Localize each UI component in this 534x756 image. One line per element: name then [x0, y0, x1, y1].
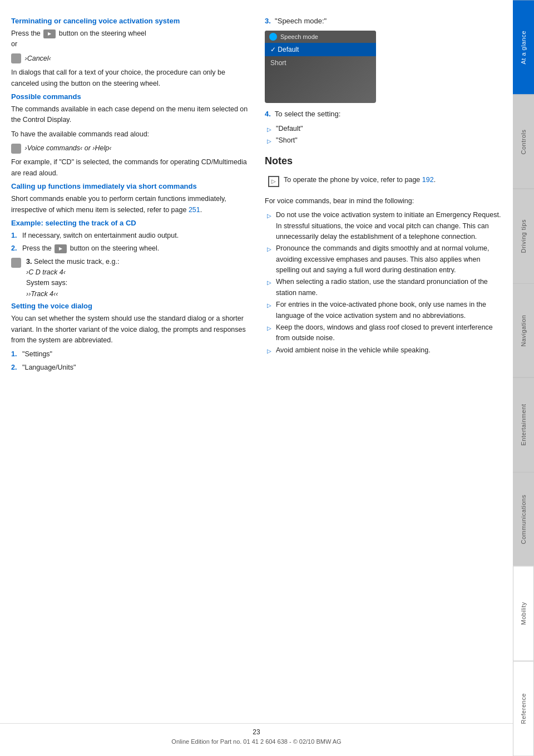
voice-icon-commands — [11, 144, 21, 154]
note-bullet-4: ▷ For entries in the voice-activated pho… — [265, 300, 502, 321]
step4-options: ▷ "Default" ▷ "Short" — [265, 124, 502, 146]
steps-list: 1. If necessary, switch on entertainment… — [11, 230, 248, 254]
heading-calling-functions: Calling up functions immediately via sho… — [11, 182, 248, 190]
page-footer: 23 Online Edition for Part no. 01 41 2 6… — [0, 723, 513, 745]
note-bullet-6: ▷ Avoid ambient noise in the vehicle whi… — [265, 345, 502, 356]
step-1: 1. If necessary, switch on entertainment… — [11, 230, 248, 241]
tab-communications[interactable]: Communications — [513, 472, 534, 567]
step3-right: 3. "Speech mode:" — [265, 17, 502, 25]
section-example-cd: Example: selecting the track of a CD 1. … — [11, 219, 248, 300]
footer-text: Online Edition for Part no. 01 41 2 604 … — [171, 738, 341, 745]
voice-icon-cancel — [11, 53, 21, 63]
speech-mode-screenshot: Speech mode ✓ Default Short — [265, 31, 376, 103]
steering-btn-icon-step2 — [55, 244, 67, 253]
notes-bullets: ▷ Do not use the voice activation system… — [265, 210, 502, 356]
settings-step-1: 1. "Settings" — [11, 349, 248, 360]
tab-entertainment[interactable]: Entertainment — [513, 377, 534, 472]
tab-reference[interactable]: Reference — [513, 661, 534, 757]
tab-mobility[interactable]: Mobility — [513, 566, 534, 661]
option-short: ▷ "Short" — [265, 135, 502, 146]
notes-section: Notes To operate the phone by voice, ref… — [265, 155, 502, 356]
para-setting-desc: You can set whether the system should us… — [11, 313, 248, 346]
speech-dot-icon — [269, 33, 277, 41]
para-cd-example: For example, if "CD" is selected, the co… — [11, 157, 248, 179]
step-3-with-icon: 3. Select the music track, e.g.: ›C D tr… — [11, 257, 248, 300]
step-2: 2. Press the button on the steering whee… — [11, 243, 248, 254]
page-ref-251: 251 — [189, 206, 200, 214]
notes-title: Notes — [265, 155, 502, 167]
page-ref-192: 192 — [422, 176, 434, 184]
note-bullet-2: ▷ Pronounce the commands and digits smoo… — [265, 243, 502, 276]
voice-icon-step3 — [11, 258, 21, 268]
section-possible-commands: Possible commands The commands available… — [11, 92, 248, 179]
heading-setting-voice-dialog: Setting the voice dialog — [11, 302, 248, 310]
heading-example-cd: Example: selecting the track of a CD — [11, 219, 248, 227]
settings-steps: 1. "Settings" 2. "Language/Units" — [11, 349, 248, 373]
section-terminating: Terminating or canceling voice activatio… — [11, 17, 248, 89]
note-bullet-3: ▷ When selecting a radio station, use th… — [265, 277, 502, 298]
sidebar-tabs: At a glance Controls Driving tips Naviga… — [513, 0, 534, 756]
heading-terminating: Terminating or canceling voice activatio… — [11, 17, 248, 25]
option-default: ▷ "Default" — [265, 124, 502, 134]
screenshot-default-item: ✓ Default — [265, 43, 376, 56]
step4-block: 4. To select the setting: — [265, 110, 502, 118]
note-bullet-5: ▷ Keep the doors, windows and glass roof… — [265, 322, 502, 344]
heading-possible-commands: Possible commands — [11, 92, 248, 101]
steering-wheel-button-icon — [43, 30, 56, 38]
notes-box: To operate the phone by voice, refer to … — [265, 171, 502, 190]
tab-navigation[interactable]: Navigation — [513, 283, 534, 378]
cmd-voice-help: ›Voice commands‹ or ›Help‹ — [11, 143, 248, 154]
para-dialogs: In dialogs that call for a text of your … — [11, 67, 248, 89]
section-calling-functions: Calling up functions immediately via sho… — [11, 182, 248, 215]
settings-step-2: 2. "Language/Units" — [11, 362, 248, 373]
para-short-commands: Short commands enable you to perform cer… — [11, 194, 248, 215]
para-voice-commands-note: For voice commands, bear in mind the fol… — [265, 196, 502, 207]
tab-at-a-glance[interactable]: At a glance — [513, 0, 534, 95]
section-setting-voice-dialog: Setting the voice dialog You can set whe… — [11, 302, 248, 373]
note-bullet-1: ▷ Do not use the voice activation system… — [265, 210, 502, 242]
para-read-aloud: To have the available commands read alou… — [11, 129, 248, 140]
screenshot-short-item: Short — [265, 56, 376, 70]
tab-driving-tips[interactable]: Driving tips — [513, 189, 534, 283]
cancel-cmd-line: ›Cancel‹ — [11, 53, 248, 64]
notes-icon — [268, 176, 279, 187]
tab-controls[interactable]: Controls — [513, 95, 534, 189]
screenshot-titlebar: Speech mode — [265, 31, 376, 43]
para-press: Press the button on the steering wheel o… — [11, 28, 248, 50]
para-commands-depend: The commands available in each case depe… — [11, 104, 248, 126]
page-number: 23 — [0, 728, 513, 736]
